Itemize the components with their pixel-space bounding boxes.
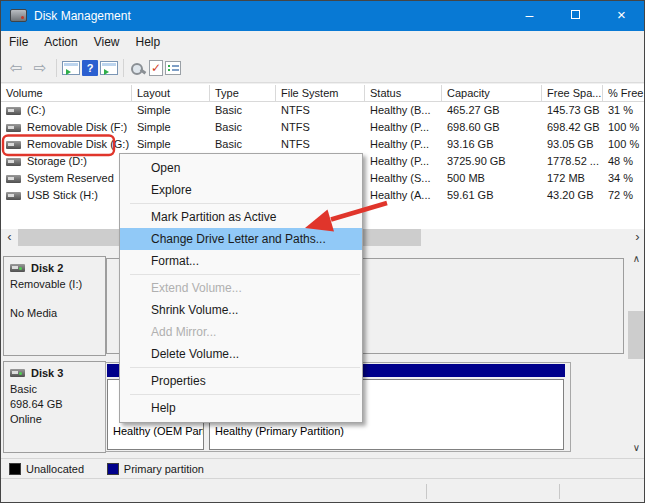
cell-free: 172 MB bbox=[542, 170, 603, 187]
help-icon[interactable]: ? bbox=[82, 60, 98, 76]
legend-item-unallocated: Unallocated bbox=[9, 459, 84, 479]
window-title: Disk Management bbox=[34, 1, 131, 31]
legend-swatch bbox=[107, 463, 119, 475]
cell-capacity: 698.60 GB bbox=[442, 119, 542, 136]
cell-capacity: 93.16 GB bbox=[442, 136, 542, 153]
menu-bar: FileActionViewHelp bbox=[1, 31, 644, 53]
menu-help[interactable]: Help bbox=[128, 31, 169, 53]
cell-status: Healthy (A... bbox=[365, 187, 442, 204]
cell-fs: NTFS bbox=[276, 102, 365, 119]
disk3-panel[interactable]: Disk 3 Basic 698.64 GB Online bbox=[3, 361, 106, 453]
menu-item-explore[interactable]: Explore bbox=[120, 179, 362, 201]
disk3-size: 698.64 GB bbox=[10, 397, 105, 412]
menu-item-extend-volume: Extend Volume... bbox=[120, 277, 362, 299]
forward-arrow-icon[interactable]: ⇨ bbox=[29, 57, 51, 79]
menu-item-help[interactable]: Help bbox=[120, 397, 362, 419]
column-header-volume[interactable]: Volume bbox=[1, 85, 132, 102]
column-header-type[interactable]: Type bbox=[210, 85, 276, 102]
volume-label: (C:) bbox=[27, 102, 45, 119]
menu-separator bbox=[130, 394, 360, 395]
scroll-down-icon[interactable]: ∨ bbox=[628, 440, 645, 456]
column-header-layout[interactable]: Layout bbox=[132, 85, 210, 102]
cell-status: Healthy (P... bbox=[365, 136, 442, 153]
volume-row-removable-disk-f[interactable]: Removable Disk (F:)SimpleBasicNTFSHealth… bbox=[1, 119, 645, 136]
menu-item-shrink-volume[interactable]: Shrink Volume... bbox=[120, 299, 362, 321]
console-tree-icon[interactable] bbox=[62, 61, 80, 75]
maximize-button[interactable] bbox=[553, 1, 598, 31]
menu-view[interactable]: View bbox=[86, 31, 128, 53]
vertical-scrollbar[interactable]: ∧ ∨ bbox=[628, 251, 645, 456]
cell-capacity: 465.27 GB bbox=[442, 102, 542, 119]
menu-item-change-drive-letter-and-paths[interactable]: Change Drive Letter and Paths... bbox=[120, 228, 362, 250]
volume-list-header: VolumeLayoutTypeFile SystemStatusCapacit… bbox=[1, 85, 645, 102]
scroll-up-icon[interactable]: ∧ bbox=[628, 251, 645, 267]
vertical-scroll-thumb[interactable] bbox=[628, 311, 645, 359]
volume-icon bbox=[6, 141, 21, 149]
cell-capacity: 59.61 GB bbox=[442, 187, 542, 204]
disk-management-window: Disk Management – × FileActionViewHelp ⇦… bbox=[0, 0, 645, 503]
column-header-free-spa[interactable]: Free Spa... bbox=[542, 85, 603, 102]
disk-icon bbox=[10, 264, 25, 272]
scroll-right-icon[interactable]: › bbox=[629, 229, 645, 246]
disk3-status: Online bbox=[10, 412, 105, 427]
toolbar: ⇦⇨?✓ bbox=[1, 53, 644, 83]
cell-free: 145.73 GB bbox=[542, 102, 603, 119]
volume-label: Storage (D:) bbox=[27, 153, 87, 170]
cell-capacity: 3725.90 GB bbox=[442, 153, 542, 170]
rescan-icon[interactable] bbox=[129, 60, 147, 76]
disk2-status: No Media bbox=[10, 306, 105, 321]
statusbar-divider bbox=[426, 484, 427, 499]
column-header-capacity[interactable]: Capacity bbox=[442, 85, 542, 102]
disk3-title: Disk 3 bbox=[10, 367, 105, 379]
cell-free: 698.42 GB bbox=[542, 119, 603, 136]
back-arrow-icon[interactable]: ⇦ bbox=[5, 57, 27, 79]
cell-type: Basic bbox=[210, 119, 276, 136]
context-menu: OpenExploreMark Partition as ActiveChang… bbox=[119, 153, 363, 423]
cell-layout: Simple bbox=[132, 102, 210, 119]
cell-volume: Removable Disk (G:) bbox=[1, 136, 132, 153]
volume-label: USB Stick (H:) bbox=[27, 187, 98, 204]
menu-file[interactable]: File bbox=[1, 31, 36, 53]
menu-item-format[interactable]: Format... bbox=[120, 250, 362, 272]
cell-layout: Simple bbox=[132, 136, 210, 153]
close-button[interactable]: × bbox=[599, 1, 644, 31]
column-header-free[interactable]: % Free bbox=[603, 85, 645, 102]
app-icon bbox=[10, 9, 27, 22]
legend-label: Unallocated bbox=[26, 463, 84, 475]
cell-status: Healthy (S... bbox=[365, 170, 442, 187]
partition-status: Healthy (OEM Part... bbox=[113, 425, 204, 437]
legend-label: Primary partition bbox=[124, 463, 204, 475]
menu-item-properties[interactable]: Properties bbox=[120, 370, 362, 392]
menu-action[interactable]: Action bbox=[36, 31, 85, 53]
menu-item-open[interactable]: Open bbox=[120, 157, 362, 179]
volume-icon bbox=[6, 175, 21, 183]
volume-row-removable-disk-g[interactable]: Removable Disk (G:)SimpleBasicNTFSHealth… bbox=[1, 136, 645, 153]
cell-capacity: 500 MB bbox=[442, 170, 542, 187]
check-doc-icon[interactable]: ✓ bbox=[149, 60, 163, 76]
checklist-icon[interactable] bbox=[165, 61, 181, 75]
volume-icon bbox=[6, 124, 21, 132]
cell-pct: 34 % bbox=[603, 170, 645, 187]
scroll-left-icon[interactable]: ‹ bbox=[1, 229, 18, 246]
console-window-icon[interactable] bbox=[100, 61, 118, 75]
cell-volume: (C:) bbox=[1, 102, 132, 119]
cell-layout: Simple bbox=[132, 119, 210, 136]
cell-volume: Removable Disk (F:) bbox=[1, 119, 132, 136]
menu-item-mark-partition-as-active[interactable]: Mark Partition as Active bbox=[120, 206, 362, 228]
cell-free: 93.05 GB bbox=[542, 136, 603, 153]
column-header-file-system[interactable]: File System bbox=[276, 85, 365, 102]
cell-free: 43.20 GB bbox=[542, 187, 603, 204]
column-header-status[interactable]: Status bbox=[365, 85, 442, 102]
menu-item-delete-volume[interactable]: Delete Volume... bbox=[120, 343, 362, 365]
title-bar: Disk Management – × bbox=[1, 1, 644, 31]
disk2-title: Disk 2 bbox=[10, 262, 105, 274]
cell-fs: NTFS bbox=[276, 119, 365, 136]
maximize-icon bbox=[571, 10, 580, 19]
toolbar-separator bbox=[123, 59, 124, 77]
disk-icon bbox=[10, 369, 25, 377]
cell-status: Healthy (B... bbox=[365, 102, 442, 119]
volume-label: Removable Disk (F:) bbox=[27, 119, 127, 136]
minimize-button[interactable]: – bbox=[507, 1, 552, 31]
volume-row-c[interactable]: (C:)SimpleBasicNTFSHealthy (B...465.27 G… bbox=[1, 102, 645, 119]
disk2-panel[interactable]: Disk 2 Removable (I:) No Media bbox=[3, 256, 106, 356]
